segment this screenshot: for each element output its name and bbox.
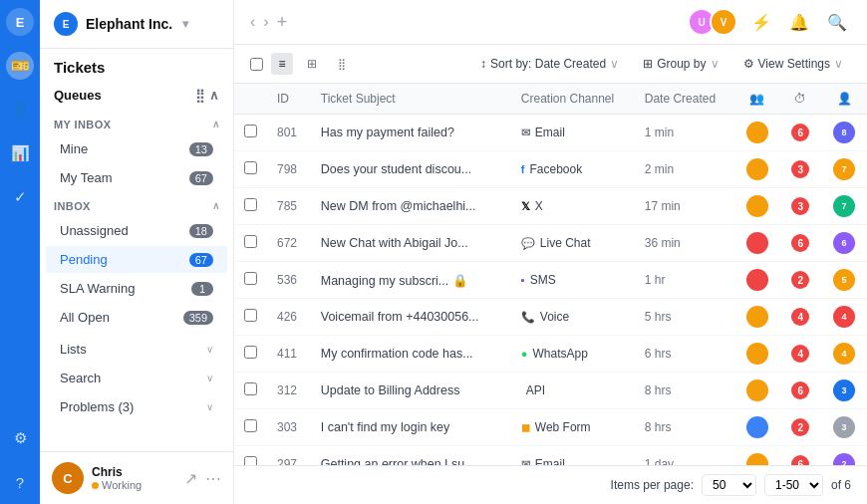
ticket-subject[interactable]: Has my payment failed?: [311, 115, 511, 151]
queues-chart-icon[interactable]: ⣿: [195, 88, 205, 103]
rail-contacts-icon[interactable]: 👤: [6, 96, 34, 124]
col-id[interactable]: ID: [267, 84, 311, 115]
ticket-id: 801: [267, 115, 311, 151]
col-subject[interactable]: Ticket Subject: [311, 84, 511, 115]
tickets-table: ID Ticket Subject Creation Channel Date …: [234, 84, 867, 465]
table-row[interactable]: 297 Getting an error when I su... ✉ Emai…: [234, 446, 867, 466]
row-checkbox[interactable]: [244, 198, 257, 211]
ticket-subject[interactable]: Update to Billing Address: [311, 373, 511, 409]
rail-tasks-icon[interactable]: ✓: [6, 183, 34, 211]
sidebar-item-pending[interactable]: Pending 67: [46, 246, 227, 273]
select-all-checkbox[interactable]: [250, 58, 263, 71]
row-checkbox[interactable]: [244, 125, 257, 137]
ticket-subject[interactable]: Voicemail from +44030056...: [311, 299, 511, 336]
nav-forward-icon[interactable]: ›: [263, 13, 268, 31]
main-content: ‹ › + U V ⚡ 🔔 🔍 ≡ ⊞ ⣿ ↕ Sort by: Date Cr…: [234, 0, 867, 504]
inbox-collapse[interactable]: ∧: [212, 200, 219, 212]
table-row[interactable]: 312 Update to Billing Address API 8 hrs …: [234, 373, 867, 409]
ticket-channel: ▪ SMS: [511, 262, 635, 299]
pending-badge: 67: [189, 253, 213, 267]
sidebar-item-sla-warning[interactable]: SLA Warning 1: [46, 275, 227, 302]
ticket-id: 426: [267, 299, 311, 336]
col-date[interactable]: Date Created: [635, 84, 734, 115]
queues-collapse-icon[interactable]: ∧: [209, 88, 219, 103]
sidebar-item-lists[interactable]: Lists ∨: [46, 336, 227, 363]
ticket-subject[interactable]: Does your student discou...: [311, 151, 511, 188]
col-team[interactable]: 👥: [734, 84, 780, 115]
inbox-label: INBOX: [54, 200, 91, 212]
table-row[interactable]: 536 Managing my subscri... 🔒 ▪ SMS 1 hr …: [234, 262, 867, 299]
table-row[interactable]: 785 New DM from @michaelhi... 𝕏 X 17 min…: [234, 188, 867, 225]
list-view-button[interactable]: ≡: [271, 53, 293, 75]
table-toolbar: ≡ ⊞ ⣿ ↕ Sort by: Date Created ∨ ⊞ Group …: [234, 45, 867, 84]
app-logo[interactable]: E: [6, 8, 34, 36]
ticket-channel: ◼ Web Form: [511, 409, 635, 446]
row-checkbox[interactable]: [244, 235, 257, 248]
ticket-channel: 𝕏 X: [511, 188, 635, 225]
group-button[interactable]: ⊞ Group by ∨: [635, 53, 726, 75]
col-agent[interactable]: 👤: [821, 84, 867, 115]
ticket-subject[interactable]: I can't find my login key: [311, 409, 511, 446]
row-checkbox[interactable]: [244, 346, 257, 359]
table-row[interactable]: 801 Has my payment failed? ✉ Email 1 min…: [234, 115, 867, 151]
ticket-id: 411: [267, 336, 311, 373]
ticket-agent: 2: [821, 446, 867, 466]
ticket-subject[interactable]: New DM from @michaelhi...: [311, 188, 511, 225]
row-checkbox[interactable]: [244, 456, 257, 465]
ticket-subject[interactable]: Getting an error when I su...: [311, 446, 511, 466]
col-checkbox: [234, 84, 267, 115]
my-inbox-collapse[interactable]: ∧: [212, 119, 219, 130]
global-search-button[interactable]: 🔍: [823, 8, 851, 36]
user-share-icon[interactable]: ↗: [184, 469, 197, 488]
ticket-id: 297: [267, 446, 311, 466]
avatar-group: U V: [688, 8, 737, 36]
col-sla[interactable]: ⏱: [780, 84, 822, 115]
row-checkbox[interactable]: [244, 309, 257, 322]
sidebar-item-all-open[interactable]: All Open 359: [46, 304, 227, 331]
page-range-select[interactable]: 1-50: [764, 474, 823, 496]
rail-settings-icon[interactable]: ⚙: [6, 424, 34, 452]
table-header: ID Ticket Subject Creation Channel Date …: [234, 84, 867, 115]
rail-reports-icon[interactable]: 📊: [6, 139, 34, 167]
ticket-subject[interactable]: My confirmation code has...: [311, 336, 511, 373]
brand-name: Elephant Inc.: [86, 16, 172, 32]
table-row[interactable]: 798 Does your student discou... f Facebo…: [234, 151, 867, 188]
ticket-subject[interactable]: New Chat with Abigail Jo...: [311, 225, 511, 262]
table-row[interactable]: 411 My confirmation code has... ● WhatsA…: [234, 336, 867, 373]
kanban-view-button[interactable]: ⊞: [301, 53, 323, 75]
sort-button[interactable]: ↕ Sort by: Date Created ∨: [472, 53, 627, 75]
sidebar-item-mine[interactable]: Mine 13: [46, 135, 227, 162]
user-more-icon[interactable]: ⋯: [205, 469, 221, 488]
table-row[interactable]: 672 New Chat with Abigail Jo... 💬 Live C…: [234, 225, 867, 262]
brand-dropdown-icon[interactable]: ▾: [182, 17, 188, 31]
ticket-priority: [734, 262, 780, 299]
sidebar-item-search[interactable]: Search ∨: [46, 365, 227, 391]
row-checkbox[interactable]: [244, 382, 257, 395]
sort-dropdown-icon: ∨: [610, 57, 619, 71]
table-row[interactable]: 426 Voicemail from +44030056... 📞 Voice …: [234, 299, 867, 336]
ticket-subject[interactable]: Managing my subscri... 🔒: [311, 262, 511, 299]
lightning-button[interactable]: ⚡: [747, 8, 775, 36]
notification-button[interactable]: 🔔: [785, 8, 813, 36]
sidebar-item-my-team[interactable]: My Team 67: [46, 164, 227, 191]
ticket-date: 8 hrs: [635, 373, 734, 409]
sidebar-item-unassigned[interactable]: Unassigned 18: [46, 217, 227, 244]
row-checkbox[interactable]: [244, 419, 257, 432]
table-row[interactable]: 303 I can't find my login key ◼ Web Form…: [234, 409, 867, 446]
rail-tickets-icon[interactable]: 🎫: [6, 52, 34, 80]
rail-help-icon[interactable]: ?: [6, 468, 34, 496]
row-checkbox[interactable]: [244, 161, 257, 174]
ticket-date: 17 min: [635, 188, 734, 225]
another-view-button[interactable]: ⣿: [331, 53, 353, 75]
add-icon[interactable]: +: [277, 12, 288, 33]
sidebar-item-problems[interactable]: Problems (3) ∨: [46, 393, 227, 420]
row-checkbox[interactable]: [244, 272, 257, 285]
ticket-agent: 7: [821, 151, 867, 188]
col-channel[interactable]: Creation Channel: [511, 84, 635, 115]
ticket-agent: 4: [821, 299, 867, 336]
per-page-select[interactable]: 50 25 100: [702, 474, 756, 496]
user-info: Chris Working: [92, 465, 176, 491]
nav-back-icon[interactable]: ‹: [250, 13, 255, 31]
view-settings-button[interactable]: ⚙ View Settings ∨: [735, 53, 852, 75]
queues-actions[interactable]: ⣿ ∧: [195, 88, 219, 103]
